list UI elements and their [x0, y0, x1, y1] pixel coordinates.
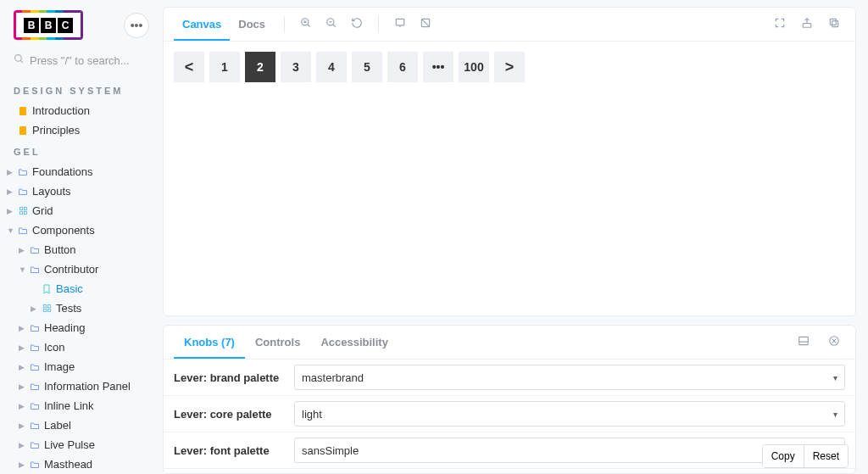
sidebar-item[interactable]: ▶Tests: [0, 298, 163, 318]
zoom-out-button[interactable]: [320, 14, 342, 36]
pager-page-button[interactable]: 5: [352, 52, 382, 82]
chevron-right-icon: ▶: [7, 168, 14, 176]
sidebar-item-label: Masthead: [44, 458, 92, 471]
viewport-button[interactable]: [389, 14, 411, 36]
sidebar-item-label: Principles: [32, 124, 80, 137]
knob-label: Lever: font palette: [174, 444, 284, 457]
svg-rect-6: [19, 211, 22, 214]
addon-tab[interactable]: Controls: [245, 327, 310, 358]
ellipsis-menu-button[interactable]: •••: [124, 13, 149, 38]
sidebar-item[interactable]: ▶Basic: [0, 279, 163, 298]
sidebar-item[interactable]: ▶Icon: [0, 337, 163, 357]
fullscreen-button[interactable]: [769, 14, 791, 36]
svg-rect-25: [799, 337, 809, 344]
copy-knobs-button[interactable]: Copy: [763, 445, 804, 467]
sidebar-item[interactable]: ▶Inline Link: [0, 396, 163, 415]
reset-zoom-button[interactable]: [346, 14, 368, 36]
sidebar-item-label: Introduction: [32, 104, 90, 117]
addon-tab[interactable]: Accessibility: [310, 327, 398, 358]
theme-button[interactable]: [415, 14, 437, 36]
sidebar-item-label: Basic: [56, 282, 83, 295]
chevron-right-icon: ▶: [19, 441, 25, 449]
pager-page-button[interactable]: 1: [209, 52, 240, 82]
sidebar-item-label: Icon: [44, 341, 65, 354]
sidebar-header: B B C •••: [0, 10, 163, 48]
folder-icon: [29, 382, 41, 391]
book-icon: [41, 284, 53, 294]
folder-icon: [29, 265, 41, 274]
svg-rect-8: [43, 304, 46, 307]
reset-knobs-button[interactable]: Reset: [804, 445, 848, 467]
knob-row: Lever: brand palettemasterbrand: [164, 360, 855, 396]
canvas-area: <123456•••100>: [164, 42, 855, 315]
close-panel-button[interactable]: [823, 332, 845, 354]
knob-select[interactable]: light: [294, 401, 845, 427]
pager-page-button[interactable]: 6: [387, 52, 418, 82]
pager-next-button[interactable]: >: [494, 52, 525, 82]
sidebar-item[interactable]: ▶Layouts: [0, 181, 163, 201]
open-external-button[interactable]: [796, 14, 818, 36]
svg-rect-22: [803, 24, 810, 28]
sidebar-item-label: Tests: [56, 302, 81, 315]
sidebar-item[interactable]: ▶Label: [0, 415, 163, 435]
chevron-down-icon: ▼: [7, 226, 14, 235]
sidebar-item[interactable]: ▶Grid: [0, 201, 163, 220]
panel-position-button[interactable]: [793, 332, 815, 354]
theme-icon: [420, 17, 431, 31]
sidebar-item-label: Components: [32, 224, 95, 237]
tab-docs[interactable]: Docs: [230, 9, 274, 40]
knob-select[interactable]: masterbrand: [294, 365, 845, 390]
svg-rect-7: [24, 211, 26, 214]
sidebar-item[interactable]: ▶Image: [0, 357, 163, 376]
zoom-in-button[interactable]: [295, 14, 317, 36]
pager-page-button[interactable]: 3: [281, 52, 311, 82]
sidebar-item[interactable]: ▶Live Pulse: [0, 435, 163, 454]
sidebar-item[interactable]: ▼Components: [0, 220, 163, 240]
pager-page-button[interactable]: 2: [245, 52, 275, 82]
tab-canvas[interactable]: Canvas: [174, 9, 230, 41]
doc-icon: [17, 125, 29, 136]
sidebar-item[interactable]: ▶Foundations: [0, 162, 163, 181]
sidebar-item[interactable]: ▶Principles: [0, 120, 163, 140]
chevron-right-icon: ▶: [19, 382, 25, 391]
svg-rect-4: [19, 207, 22, 209]
viewport-icon: [394, 17, 406, 31]
svg-rect-3: [19, 126, 26, 135]
copy-button[interactable]: [823, 14, 845, 36]
section-heading: GEL: [0, 140, 163, 162]
sidebar-item[interactable]: ▶Introduction: [0, 101, 163, 120]
search-input[interactable]: Press "/" to search...: [14, 53, 149, 67]
toolbar-divider: [378, 16, 379, 33]
bbc-logo[interactable]: B B C: [14, 10, 83, 40]
folder-icon: [17, 226, 29, 235]
folder-icon: [29, 246, 41, 254]
fullscreen-icon: [774, 17, 786, 31]
folder-icon: [29, 421, 41, 430]
ellipsis-icon: •••: [131, 19, 143, 32]
svg-rect-23: [832, 21, 838, 27]
knob-row: Lever: core palettelight: [164, 396, 855, 432]
sidebar-item[interactable]: ▶Heading: [0, 318, 163, 337]
sidebar-item-label: Inline Link: [44, 399, 94, 412]
sidebar-item-label: Label: [44, 419, 71, 432]
pager-prev-button[interactable]: <: [174, 52, 204, 82]
addons-tabs: Knobs (7)ControlsAccessibility: [164, 326, 855, 360]
chevron-right-icon: ▶: [19, 402, 25, 410]
sidebar-item-label: Grid: [32, 204, 53, 217]
sidebar-item[interactable]: ▼Contributor: [0, 259, 163, 279]
addon-tab[interactable]: Knobs (7): [174, 327, 245, 359]
sidebar-item[interactable]: ▶Information Panel: [0, 376, 163, 396]
zoom-in-icon: [300, 17, 312, 31]
sidebar-item-label: Heading: [44, 321, 85, 334]
chevron-right-icon: ▶: [19, 460, 25, 469]
chevron-right-icon: ▶: [7, 207, 14, 215]
pager-page-button[interactable]: 100: [459, 52, 489, 82]
sidebar-item[interactable]: ▶Button: [0, 240, 163, 259]
pager-page-button[interactable]: 4: [316, 52, 347, 82]
chevron-down-icon: ▼: [19, 265, 25, 274]
canvas-toolbar: CanvasDocs: [164, 8, 855, 42]
folder-icon: [29, 460, 41, 469]
logo-letter: C: [58, 18, 73, 33]
sidebar-item[interactable]: ▶Masthead: [0, 454, 163, 474]
svg-line-17: [333, 25, 336, 27]
